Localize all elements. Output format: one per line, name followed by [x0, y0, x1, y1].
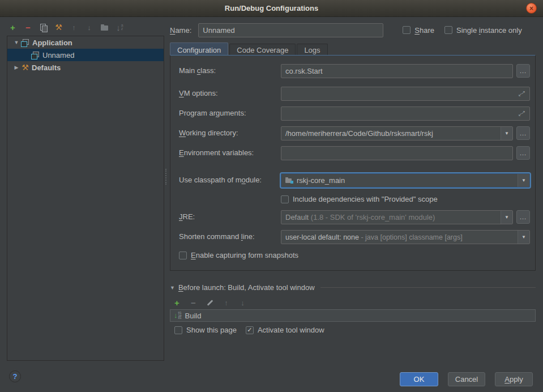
expander-icon[interactable]: ▼ [12, 40, 21, 45]
working-directory-label: Working directory: [179, 129, 238, 137]
name-input[interactable]: Unnamed [198, 23, 383, 37]
expand-field-icon[interactable]: ↗↙ [518, 110, 525, 117]
tree-item-defaults[interactable]: ▶ ⚒ Defaults [7, 61, 164, 74]
checkbox-box[interactable] [281, 195, 289, 203]
single-instance-checkbox[interactable]: Single instance only [444, 26, 522, 35]
copy-configuration-icon[interactable] [39, 22, 48, 32]
check-icon: ✓ [247, 326, 252, 334]
tree-item-label: Defaults [32, 63, 61, 72]
apply-label: Apply [504, 375, 523, 384]
remove-task-icon: − [189, 297, 198, 308]
build-icon: ↓ 01 10 01 [174, 312, 182, 319]
tree-item-label: Unnamed [42, 51, 74, 59]
shorten-command-line-label: Shorten command line: [179, 232, 255, 241]
add-task-icon[interactable]: + [172, 297, 182, 308]
checkbox-box-checked[interactable]: ✓ [246, 326, 254, 334]
vm-options-label: VM options: [179, 89, 218, 97]
configurations-toolbar: + − ⚒ ↑ ↓ ↓ az [8, 21, 125, 33]
tree-item-application[interactable]: ▼ Application [7, 36, 164, 49]
edit-defaults-icon[interactable]: ⚒ [54, 22, 63, 32]
close-icon: × [529, 5, 533, 12]
config-tabs: Configuration Code Coverage Logs [170, 42, 329, 56]
collapse-arrow-icon[interactable]: ▼ [170, 285, 175, 291]
before-launch-task-list: ↓ 01 10 01 Build [170, 309, 536, 322]
dropdown-arrow-icon[interactable]: ▼ [501, 211, 512, 224]
move-down-icon: ↓ [84, 22, 94, 32]
defaults-icon: ⚒ [21, 62, 29, 73]
tab-configuration[interactable]: Configuration [170, 42, 228, 56]
remove-configuration-icon[interactable]: − [23, 22, 33, 32]
name-row: Name: Unnamed Share Single instance only [170, 23, 536, 37]
help-button[interactable]: ? [9, 370, 21, 382]
window-title: Run/Debug Configurations [225, 4, 318, 12]
edit-task-icon [205, 297, 215, 308]
environment-variables-browse-button[interactable]: ... [516, 146, 530, 160]
share-label: Share [414, 26, 434, 35]
include-dependencies-label: Include dependencies with "Provided" sco… [293, 195, 438, 203]
task-move-down-icon: ↓ [238, 297, 247, 308]
dropdown-arrow-icon[interactable]: ▼ [501, 127, 512, 140]
before-launch-options: Show this page ✓ Activate tool window [174, 326, 324, 334]
checkbox-box[interactable] [403, 26, 411, 34]
cancel-button[interactable]: Cancel [448, 372, 485, 386]
help-icon: ? [13, 372, 18, 381]
expand-field-icon[interactable]: ↗↙ [518, 90, 525, 97]
expander-icon[interactable]: ▶ [12, 65, 21, 70]
program-arguments-input[interactable]: ↗↙ [281, 106, 530, 121]
use-classpath-label: Use classpath of module: [179, 176, 262, 184]
before-launch-title: Before launch: Build, Activate tool wind… [178, 283, 315, 292]
activate-tool-window-label: Activate tool window [258, 326, 324, 334]
share-checkbox[interactable]: Share [403, 26, 434, 35]
checkbox-box[interactable] [179, 252, 187, 259]
separator-line [320, 287, 536, 288]
working-directory-browse-button[interactable]: ... [516, 126, 530, 140]
apply-button[interactable]: Apply [495, 372, 533, 386]
shorten-command-line-combobox[interactable]: user-local default: none - java [options… [281, 230, 530, 244]
checkbox-box[interactable] [444, 26, 452, 34]
working-directory-combobox[interactable]: /home/meriherrera/Code/Github/rsksmart/r… [281, 126, 513, 140]
use-classpath-combobox[interactable]: rskj-core_main ▼ [281, 173, 530, 188]
tree-item-unnamed[interactable]: Unnamed [7, 49, 164, 61]
single-instance-label: Single instance only [456, 26, 522, 35]
task-label[interactable]: Build [185, 312, 202, 320]
include-dependencies-checkbox[interactable]: Include dependencies with "Provided" sco… [281, 195, 438, 203]
enable-capturing-checkbox[interactable]: Enable capturing form snapshots [179, 251, 298, 259]
before-launch-header[interactable]: ▼ Before launch: Build, Activate tool wi… [170, 283, 536, 292]
checkbox-box[interactable] [174, 326, 182, 334]
environment-variables-label: Environment variables: [179, 148, 254, 157]
show-this-page-checkbox[interactable]: Show this page [174, 326, 237, 334]
show-this-page-label: Show this page [186, 326, 237, 334]
application-icon [31, 52, 40, 59]
dropdown-arrow-icon[interactable]: ▼ [518, 174, 529, 187]
name-value: Unnamed [203, 26, 234, 35]
main-class-input[interactable]: co.rsk.Start [281, 64, 513, 78]
tab-code-coverage[interactable]: Code Coverage [229, 44, 296, 56]
activate-tool-window-checkbox[interactable]: ✓ Activate tool window [246, 326, 324, 334]
panel-splitter[interactable] [165, 169, 166, 185]
main-class-browse-button[interactable]: ... [516, 64, 530, 78]
jre-browse-button[interactable]: ... [516, 210, 530, 224]
module-icon [285, 177, 293, 184]
vm-options-input[interactable]: ↗↙ [281, 87, 530, 101]
jre-label: JRE: [179, 212, 195, 221]
tree-item-label: Application [32, 39, 72, 47]
sort-configurations-icon: ↓ az [115, 22, 125, 32]
jre-combobox[interactable]: Default (1.8 - SDK of 'rskj-core_main' m… [281, 210, 513, 224]
close-window-button[interactable]: × [526, 3, 537, 14]
add-configuration-icon[interactable]: + [8, 22, 18, 32]
tab-logs[interactable]: Logs [297, 44, 327, 56]
create-folder-icon[interactable] [100, 22, 109, 32]
move-up-icon: ↑ [69, 22, 79, 32]
program-arguments-label: Program arguments: [179, 109, 246, 117]
title-bar: Run/Debug Configurations × [0, 0, 543, 17]
environment-variables-input[interactable] [281, 146, 513, 160]
main-class-label: Main class: [179, 66, 216, 75]
application-icon [21, 39, 29, 46]
dropdown-arrow-icon[interactable]: ▼ [518, 231, 529, 244]
task-move-up-icon: ↑ [221, 297, 231, 308]
name-label: Name: [170, 26, 191, 35]
configurations-tree: ▼ Application Unnamed ▶ ⚒ Defaults [7, 36, 164, 361]
ok-button[interactable]: OK [400, 372, 438, 386]
configuration-panel: Main class: co.rsk.Start ... VM options:… [170, 55, 536, 271]
enable-capturing-label: Enable capturing form snapshots [191, 251, 298, 259]
